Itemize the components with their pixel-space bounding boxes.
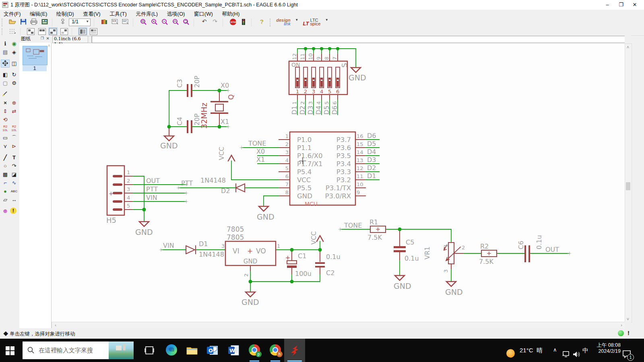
mark-button[interactable] <box>58 18 67 26</box>
net-tool[interactable]: ∿ <box>10 179 18 187</box>
display-layers-tool[interactable]: ▤ <box>1 49 9 56</box>
taskbar-search[interactable]: 在這裡輸入文字來搜 <box>23 341 134 359</box>
eagle-active-tile[interactable] <box>284 339 305 362</box>
scroll-right-icon[interactable]: › <box>619 322 624 328</box>
vscroll-thumb[interactable] <box>626 182 630 190</box>
file-explorer-icon[interactable] <box>186 344 198 356</box>
tile-vertical-button[interactable] <box>90 28 97 35</box>
miter-tool[interactable]: ⌒ <box>10 134 18 142</box>
run-script-button[interactable]: SCR <box>111 18 120 26</box>
temperature-label[interactable]: 21°C <box>520 347 533 354</box>
edge-icon[interactable] <box>166 344 177 356</box>
chrome-icon-p[interactable]: p <box>249 344 260 356</box>
menu-library[interactable]: 元件库(L) <box>132 10 161 19</box>
command-input[interactable] <box>92 36 630 43</box>
zoom-redraw-button[interactable] <box>182 18 191 26</box>
search-highlight-image[interactable] <box>109 341 134 359</box>
toolbar-grip[interactable] <box>270 19 273 27</box>
zoom-in-button[interactable] <box>150 18 159 26</box>
menu-options[interactable]: 选项(O) <box>163 10 189 19</box>
mirror-tool[interactable]: ◧ <box>1 71 9 78</box>
clock[interactable]: 上午 08:08 2024/2/19 <box>597 342 621 354</box>
value-tool[interactable]: R210L <box>1 125 9 132</box>
menu-draw[interactable]: 绘制(D) <box>53 10 78 19</box>
connector-h5[interactable]: 1 2 3 4 5 + OUT PTT VIN H5 GND <box>106 166 188 237</box>
bus-tool[interactable]: ⌐ <box>1 179 9 187</box>
minimize-button[interactable]: – <box>601 1 614 9</box>
help-button[interactable]: ? <box>257 18 266 26</box>
menu-file[interactable]: 文件(F) <box>0 10 25 19</box>
window-layout-4-button[interactable] <box>60 28 68 35</box>
use-library-button[interactable] <box>100 18 109 26</box>
arc-tool[interactable]: ↷ <box>10 162 18 170</box>
text-tool[interactable]: T <box>10 154 18 161</box>
weather-sun-icon[interactable] <box>506 349 515 358</box>
open-button[interactable] <box>8 18 17 26</box>
sheet-selector[interactable]: 1/1▼ <box>69 19 91 26</box>
dip-switch-s[interactable]: ON S 1 2 3 4 5 6 12 11 10 9 8 7 1 2 3 4 … <box>289 47 366 115</box>
toolbar-grip[interactable] <box>2 19 5 27</box>
network-icon[interactable] <box>562 351 570 358</box>
smash-tool[interactable]: ▭ <box>1 134 9 142</box>
menu-view[interactable]: 查看(V) <box>79 10 104 19</box>
scroll-up-icon[interactable]: ∧ <box>47 43 50 47</box>
maximize-button[interactable]: ❐ <box>614 1 628 9</box>
ltcspice-dropdown-icon[interactable]: ▼ <box>322 18 331 26</box>
weather-label[interactable]: 晴 <box>537 347 543 354</box>
label-tool[interactable]: ABC <box>10 188 18 195</box>
window-layout-3-button[interactable] <box>49 28 57 35</box>
menu-tools[interactable]: 工具(T) <box>106 10 130 19</box>
designlink-button[interactable]: design link <box>276 19 290 26</box>
show-tool[interactable]: ◉ <box>10 40 18 47</box>
rotate-tool[interactable]: ↻ <box>10 71 18 78</box>
sheets-list[interactable]: ∧ 1 <box>19 43 52 328</box>
window-layout-1-button[interactable] <box>27 28 35 35</box>
toolbar-grip[interactable] <box>2 28 5 36</box>
split-tool[interactable]: ⋎ <box>1 143 9 150</box>
export-image-button[interactable] <box>40 18 49 26</box>
copy-tool[interactable]: ◫ <box>10 60 18 67</box>
add-tool[interactable]: ⊕ <box>10 99 18 107</box>
ime-indicator[interactable]: 中 <box>582 347 588 354</box>
circle-tool[interactable]: ○ <box>1 162 9 170</box>
name-tool[interactable]: R210L <box>10 125 18 132</box>
print-button[interactable] <box>29 18 38 26</box>
tone-filter[interactable]: TONE R1 7.5K C5 0.1u GND VR1 1 2 3 R2 7.… <box>339 218 571 296</box>
wire-tool[interactable]: ╱ <box>1 154 9 161</box>
designlink-dropdown-icon[interactable]: ▼ <box>292 18 301 26</box>
group-tool[interactable]: ▢ <box>1 80 9 87</box>
undo-button[interactable]: ↶ <box>200 18 209 26</box>
outlook-icon[interactable]: O <box>206 344 219 356</box>
schematic-canvas[interactable]: ON S 1 2 3 4 5 6 12 11 10 9 8 7 1 2 3 4 … <box>52 43 625 322</box>
invoke-tool[interactable]: ⊳ <box>10 143 18 150</box>
schematic-drawing[interactable]: ON S 1 2 3 4 5 6 12 11 10 9 8 7 1 2 3 4 … <box>52 43 625 322</box>
erc-tool[interactable]: ⊕ <box>1 208 9 215</box>
mark-tool[interactable]: ◈ <box>10 49 18 56</box>
mcu-symbol[interactable]: 1 2 3 4 5 6 7 8 16 15 14 13 12 11 10 9 P… <box>177 132 379 221</box>
grid-button[interactable] <box>8 28 17 36</box>
move-tool[interactable] <box>1 60 9 67</box>
delete-tool[interactable]: × <box>1 99 9 107</box>
chrome-icon-h[interactable]: h <box>270 344 281 356</box>
erc-check-button[interactable] <box>239 18 248 26</box>
sheet-thumbnail[interactable] <box>23 46 47 65</box>
task-view-button[interactable] <box>144 345 155 356</box>
menu-edit[interactable]: 编辑(E) <box>26 10 51 19</box>
vertical-scrollbar[interactable]: ˄ ˅ <box>625 43 632 323</box>
gateswap-tool[interactable]: ⇄ <box>10 108 18 115</box>
cut-tool[interactable] <box>1 91 9 98</box>
polygon-tool[interactable]: ◪ <box>10 171 18 178</box>
errors-tool[interactable]: ! <box>10 208 17 214</box>
sheet-number[interactable]: 1 <box>23 65 47 71</box>
tile-horizontal-button[interactable] <box>79 28 87 35</box>
scroll-down-icon[interactable]: ˅ <box>625 316 631 322</box>
close-panel-icon[interactable]: ✕ <box>46 36 50 41</box>
rect-tool[interactable]: ▩ <box>1 171 9 178</box>
float-panel-icon[interactable]: ❐ <box>41 36 44 40</box>
dimension-tool[interactable]: ↔ <box>10 196 18 204</box>
zoom-fit-button[interactable] <box>139 18 148 26</box>
power-supply[interactable]: VIN D1 1N4148 7805 7805 VI + VO GND 3 1 … <box>159 225 341 306</box>
info-tool[interactable]: i <box>1 40 9 47</box>
change-tool[interactable]: ⚙ <box>10 80 18 87</box>
menu-help[interactable]: 帮助(H) <box>218 10 243 19</box>
